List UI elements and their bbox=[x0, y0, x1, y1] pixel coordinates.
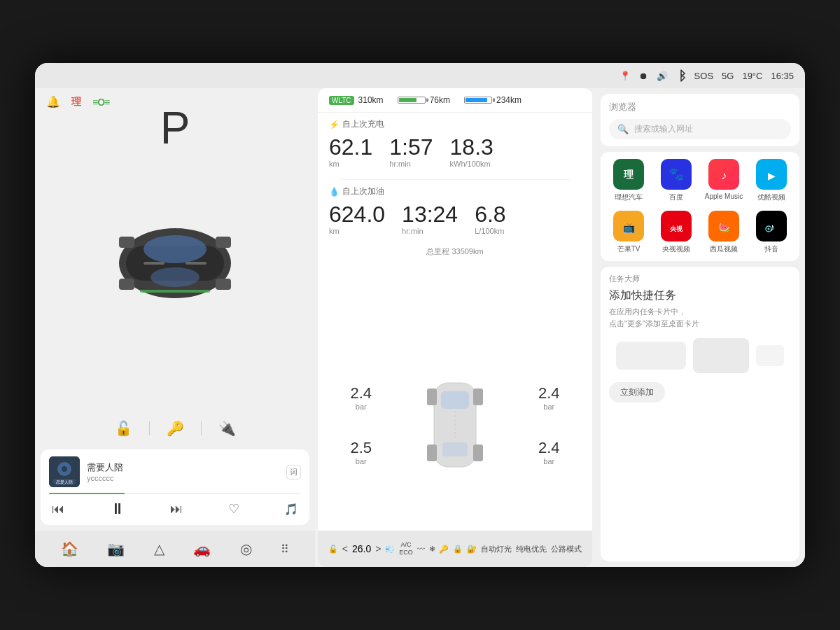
temp-display: 26.0 bbox=[352, 543, 371, 554]
map-nav[interactable]: △ bbox=[154, 540, 164, 557]
road-mode[interactable]: 公路模式 bbox=[551, 544, 582, 554]
top-icons-row: 🔔 理 ≡O≡ bbox=[46, 95, 109, 108]
home-nav[interactable]: 🏠 bbox=[61, 540, 78, 557]
cctv-label: 央视视频 bbox=[662, 244, 690, 254]
charge-consumption-unit: kWh/100km bbox=[450, 160, 493, 168]
charge-distance-unit: km bbox=[329, 160, 372, 168]
music-progress-bar[interactable] bbox=[49, 493, 301, 494]
task-section: 任务大师 添加快捷任务 在应用内任务卡片中，点击"更多"添加至桌面卡片 立刻添加 bbox=[601, 267, 799, 561]
lock-icon[interactable]: 🔓 bbox=[115, 420, 132, 437]
seat-heat-icon: 〰 bbox=[417, 545, 425, 553]
svg-rect-8 bbox=[140, 290, 210, 293]
front-right-tire: 2.4 bar bbox=[538, 384, 560, 411]
rear-ctrl1[interactable]: 🔑 bbox=[439, 545, 449, 554]
auto-lights[interactable]: 自动灯光 bbox=[481, 544, 512, 554]
app-xigua[interactable]: 🍉 西瓜视频 bbox=[704, 211, 743, 254]
music-text: 需要人陪 ycccccc bbox=[87, 461, 279, 482]
charging-icon: ⚡ bbox=[329, 120, 340, 130]
rear-ctrl3[interactable]: 🔐 bbox=[467, 545, 477, 554]
refuel-time-stat: 13:24 hr:min bbox=[402, 203, 458, 235]
alert-icon: 🔔 bbox=[46, 95, 60, 108]
profile-nav[interactable]: ◎ bbox=[240, 540, 252, 557]
gear-display: P bbox=[160, 102, 190, 154]
signal-label: 5G bbox=[722, 71, 734, 81]
tire-right-values: 2.4 bar 2.4 bar bbox=[538, 384, 560, 465]
prev-button[interactable]: ⏮ bbox=[52, 502, 64, 517]
app-lixiang[interactable]: 理 理想汽车 bbox=[609, 159, 648, 202]
search-bar[interactable]: 🔍 搜索或输入网址 bbox=[609, 119, 791, 139]
app-cctv[interactable]: 央视 央视视频 bbox=[657, 211, 696, 254]
lock-control[interactable]: 🔓 bbox=[328, 545, 338, 554]
browser-title: 浏览器 bbox=[609, 101, 791, 113]
svg-rect-7 bbox=[216, 279, 231, 290]
control-icons-row: 🔓 🔑 🔌 bbox=[46, 414, 304, 442]
apps-section: 理 理想汽车 🐾 百度 bbox=[601, 152, 799, 261]
electric-priority[interactable]: 纯电优先 bbox=[516, 544, 547, 554]
car-nav[interactable]: 🚗 bbox=[193, 540, 211, 557]
bottom-control-bar: 🔓 < 26.0 > 💨 A/CECO 〰 ❄ bbox=[318, 531, 592, 567]
charge-distance-stat: 62.1 km bbox=[329, 136, 372, 168]
app-apple-music[interactable]: ♪ Apple Music bbox=[704, 159, 743, 202]
svg-text:央视: 央视 bbox=[669, 225, 683, 232]
oil-battery bbox=[464, 97, 492, 104]
refuel-consumption-unit: L/100km bbox=[475, 227, 505, 235]
unlock-icon[interactable]: 🔑 bbox=[167, 420, 184, 437]
charging-stats-row: 62.1 km 1:57 hr:min 18.3 kWh/100km bbox=[329, 136, 581, 168]
svg-text:▶: ▶ bbox=[768, 170, 776, 181]
divider-2 bbox=[201, 421, 202, 435]
rear-left-tire: 2.5 bar bbox=[350, 439, 372, 465]
location-icon: 📍 bbox=[620, 71, 631, 81]
bluetooth-icon bbox=[676, 69, 686, 82]
next-button[interactable]: ⏭ bbox=[170, 502, 183, 517]
fan-icon: 💨 bbox=[385, 545, 395, 554]
ac-control[interactable]: A/CECO bbox=[399, 541, 413, 556]
like-button[interactable]: ♡ bbox=[228, 501, 239, 517]
brand-icon: 理 bbox=[71, 96, 81, 108]
svg-rect-18 bbox=[473, 388, 483, 405]
bottom-nav: 🏠 📷 △ 🚗 ◎ ⠿ bbox=[35, 531, 315, 567]
temp-decrease[interactable]: < bbox=[342, 543, 348, 554]
status-bar: 📍 ⏺ 🔊 SOS 5G 19°C 16:35 bbox=[35, 63, 805, 88]
svg-rect-4 bbox=[119, 237, 134, 248]
charge-consumption-value: 18.3 bbox=[450, 136, 493, 158]
charge-distance-value: 62.1 bbox=[329, 136, 372, 158]
svg-text:🍉: 🍉 bbox=[718, 222, 731, 234]
charge-time-stat: 1:57 hr:min bbox=[389, 136, 433, 168]
temp-increase[interactable]: > bbox=[375, 543, 381, 554]
seat-heat-control[interactable]: 〰 bbox=[417, 545, 425, 553]
browser-section: 浏览器 🔍 搜索或输入网址 bbox=[601, 94, 799, 146]
charge-icon[interactable]: 🔌 bbox=[218, 420, 236, 437]
task-decoration bbox=[609, 335, 791, 377]
lock-ctrl-icon: 🔓 bbox=[328, 545, 338, 554]
car-top-view bbox=[420, 376, 490, 474]
music-artist: ycccccc bbox=[87, 474, 279, 482]
fan-control[interactable]: 💨 bbox=[385, 545, 395, 554]
music-source-button[interactable]: 🎵 bbox=[284, 503, 298, 516]
oil-range: 234km bbox=[464, 95, 522, 105]
time-label: 16:35 bbox=[771, 71, 794, 81]
mango-label: 芒果TV bbox=[617, 244, 640, 254]
temperature-control[interactable]: < 26.0 > bbox=[342, 543, 382, 554]
apps-nav[interactable]: ⠿ bbox=[281, 542, 289, 556]
electric-battery bbox=[398, 97, 426, 104]
app-youku[interactable]: ▶ 优酷视频 bbox=[752, 159, 791, 202]
app-mango[interactable]: 📺 芒果TV bbox=[609, 211, 648, 254]
album-art: 恋爱人陪 bbox=[49, 456, 80, 487]
left-panel: 🔔 理 ≡O≡ P bbox=[35, 88, 315, 567]
middle-panel: WLTC 310km 76km 234km bbox=[318, 88, 592, 567]
rear-ctrl2[interactable]: 🔒 bbox=[453, 545, 463, 554]
add-task-button[interactable]: 立刻添加 bbox=[609, 382, 665, 402]
baidu-label: 百度 bbox=[669, 192, 683, 202]
sos-label: SOS bbox=[694, 71, 713, 81]
front-right-unit: bar bbox=[538, 402, 560, 411]
electric-range: 76km bbox=[398, 95, 450, 105]
camera-nav[interactable]: 📷 bbox=[107, 540, 125, 557]
app-douyin[interactable]: ♪ 抖音 bbox=[752, 211, 791, 254]
lyric-button[interactable]: 词 bbox=[286, 465, 301, 479]
defrost-control[interactable]: ❄ bbox=[429, 545, 435, 554]
pause-button[interactable]: ⏸ bbox=[110, 500, 125, 518]
app-baidu[interactable]: 🐾 百度 bbox=[657, 159, 696, 202]
charge-time-unit: hr:min bbox=[389, 160, 433, 168]
search-placeholder: 搜索或输入网址 bbox=[634, 123, 693, 135]
svg-rect-5 bbox=[216, 237, 231, 248]
